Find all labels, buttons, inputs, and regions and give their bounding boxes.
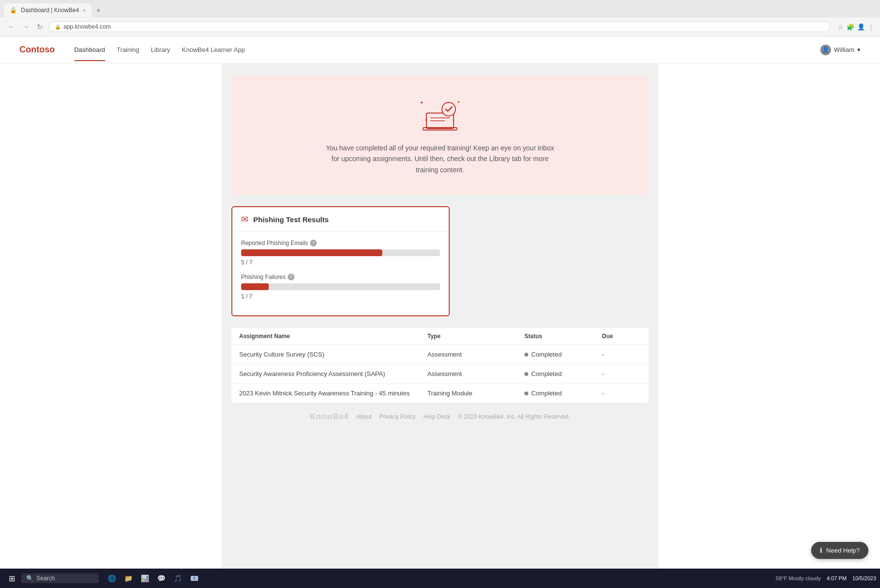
- svg-text:✦: ✦: [457, 100, 460, 104]
- nav-links: Dashboard Training Library KnowBe4 Learn…: [74, 38, 805, 61]
- failures-progress-bar: [241, 283, 440, 290]
- assignments-table: Assignment Name Type Status Due Security…: [231, 328, 649, 403]
- failures-progress-fill: [241, 283, 269, 290]
- reported-progress-fill: [241, 249, 382, 256]
- footer-helpdesk-link[interactable]: Help Desk: [424, 413, 450, 420]
- row2-status: Completed: [524, 370, 602, 377]
- user-name: William: [834, 46, 854, 53]
- top-nav: Contoso Dashboard Training Library KnowB…: [0, 36, 880, 64]
- row3-status-dot: [524, 392, 528, 395]
- row1-status-dot: [524, 353, 528, 357]
- taskbar-app2-icon[interactable]: 💬: [154, 572, 168, 585]
- reported-value: 5 / 7: [241, 259, 440, 266]
- col-header-type: Type: [427, 333, 524, 340]
- taskbar-icons: 🌐 📁 📊 💬 🎵 📧: [105, 572, 201, 585]
- taskbar-folder-icon[interactable]: 📁: [121, 572, 135, 585]
- url-text: app.knowbe4.com: [64, 23, 111, 30]
- row3-due: -: [602, 390, 641, 397]
- lock-icon: 🔒: [55, 24, 61, 30]
- taskbar: ⊞ 🔍 Search 🌐 📁 📊 💬 🎵 📧 58°F Mostly cloud…: [0, 569, 880, 588]
- footer-privacy-link[interactable]: Privacy Policy: [379, 413, 416, 420]
- failures-value: 1 / 7: [241, 293, 440, 300]
- user-menu[interactable]: 👤 William ▾: [820, 45, 861, 55]
- active-tab[interactable]: 🔒 Dashboard | KnowBe4 ×: [4, 3, 92, 17]
- failures-help-icon[interactable]: ?: [288, 274, 294, 280]
- phishing-card-body: Reported Phishing Emails ? 5 / 7 Phishin…: [232, 232, 449, 315]
- col-header-due: Due: [602, 333, 641, 340]
- col-header-name: Assignment Name: [239, 333, 427, 340]
- new-tab-btn[interactable]: +: [94, 5, 103, 15]
- row3-type: Training Module: [427, 390, 524, 397]
- table-row: 2023 Kevin Mitnick Security Awareness Tr…: [231, 384, 649, 403]
- taskbar-date: 10/5/2023: [852, 575, 876, 581]
- hero-banner: ✦ ✦ ✦ ✦ You have completed all of your r…: [231, 75, 649, 195]
- refresh-btn[interactable]: ↻: [35, 22, 45, 32]
- phishing-envelope-icon: ✉: [241, 214, 248, 225]
- nav-library[interactable]: Library: [151, 38, 170, 61]
- start-button[interactable]: ⊞: [4, 571, 19, 586]
- row2-name: Security Awareness Proficiency Assessmen…: [239, 370, 427, 377]
- profile-icon[interactable]: 👤: [857, 23, 865, 31]
- address-bar: ← → ↻ 🔒 app.knowbe4.com ☆ 🧩 👤 ⋮: [0, 17, 880, 36]
- nav-training[interactable]: Training: [117, 38, 139, 61]
- browser-chrome: 🔒 Dashboard | KnowBe4 × + ← → ↻ 🔒 app.kn…: [0, 0, 880, 36]
- row3-name: 2023 Kevin Mitnick Security Awareness Tr…: [239, 390, 427, 397]
- star-icon[interactable]: ☆: [838, 23, 844, 31]
- need-help-label: Need Help?: [826, 547, 860, 554]
- menu-icon[interactable]: ⋮: [868, 23, 874, 31]
- footer-about-link[interactable]: About: [357, 413, 372, 420]
- tab-bar: 🔒 Dashboard | KnowBe4 × +: [0, 0, 880, 17]
- row1-name: Security Culture Survey (SCS): [239, 351, 427, 358]
- app-container: Contoso Dashboard Training Library KnowB…: [0, 36, 880, 588]
- taskbar-right: 58°F Mostly cloudy 4:07 PM 10/5/2023: [776, 575, 876, 581]
- taskbar-time: 4:07 PM: [827, 575, 847, 581]
- tab-favicon: 🔒: [10, 7, 17, 14]
- taskbar-browser-icon[interactable]: 🌐: [105, 572, 118, 585]
- phishing-results-card: ✉ Phishing Test Results Reported Phishin…: [231, 206, 450, 316]
- row1-due: -: [602, 351, 641, 358]
- svg-text:✦: ✦: [420, 100, 424, 105]
- col-header-status: Status: [524, 333, 602, 340]
- svg-point-8: [442, 102, 456, 116]
- row1-type: Assessment: [427, 351, 524, 358]
- row1-status: Completed: [524, 351, 602, 358]
- row2-due: -: [602, 370, 641, 377]
- table-row: Security Culture Survey (SCS) Assessment…: [231, 345, 649, 364]
- tab-title: Dashboard | KnowBe4: [21, 7, 79, 14]
- table-row: Security Awareness Proficiency Assessmen…: [231, 364, 649, 384]
- row2-status-dot: [524, 372, 528, 376]
- nav-dashboard[interactable]: Dashboard: [74, 38, 105, 61]
- footer: KnowBe4 About Privacy Policy Help Desk ©…: [231, 403, 649, 431]
- need-help-button[interactable]: ℹ Need Help?: [811, 542, 868, 559]
- taskbar-app1-icon[interactable]: 📊: [138, 572, 151, 585]
- brand-logo[interactable]: Contoso: [19, 45, 55, 55]
- phishing-card-title: Phishing Test Results: [253, 215, 329, 224]
- back-btn[interactable]: ←: [6, 22, 16, 32]
- taskbar-app4-icon[interactable]: 📧: [187, 572, 201, 585]
- user-dropdown-icon: ▾: [857, 46, 861, 53]
- failures-label: Phishing Failures ?: [241, 274, 440, 280]
- hero-message: You have completed all of your required …: [324, 143, 556, 175]
- table-header: Assignment Name Type Status Due: [231, 328, 649, 345]
- user-avatar: 👤: [820, 45, 831, 55]
- url-bar[interactable]: 🔒 app.knowbe4.com: [49, 21, 830, 32]
- reported-progress-bar: [241, 249, 440, 256]
- footer-logo: KnowBe4: [310, 412, 349, 421]
- main-content: ✦ ✦ ✦ ✦ You have completed all of your r…: [222, 64, 658, 588]
- taskbar-search[interactable]: 🔍 Search: [21, 573, 99, 583]
- row2-type: Assessment: [427, 370, 524, 377]
- taskbar-app3-icon[interactable]: 🎵: [171, 572, 184, 585]
- reported-label: Reported Phishing Emails ?: [241, 240, 440, 246]
- taskbar-weather: 58°F Mostly cloudy: [776, 575, 821, 581]
- browser-actions: ☆ 🧩 👤 ⋮: [838, 23, 874, 31]
- row2-type-badge: Assessment: [427, 370, 462, 377]
- tab-close-btn[interactable]: ×: [83, 8, 86, 13]
- row1-type-badge: Assessment: [427, 351, 462, 358]
- info-icon: ℹ: [820, 547, 822, 554]
- extensions-icon[interactable]: 🧩: [847, 23, 854, 31]
- hero-icon: ✦ ✦ ✦ ✦: [243, 95, 637, 135]
- reported-help-icon[interactable]: ?: [310, 240, 317, 246]
- row3-status: Completed: [524, 390, 602, 397]
- nav-learner-app[interactable]: KnowBe4 Learner App: [182, 38, 245, 61]
- forward-btn[interactable]: →: [20, 22, 31, 32]
